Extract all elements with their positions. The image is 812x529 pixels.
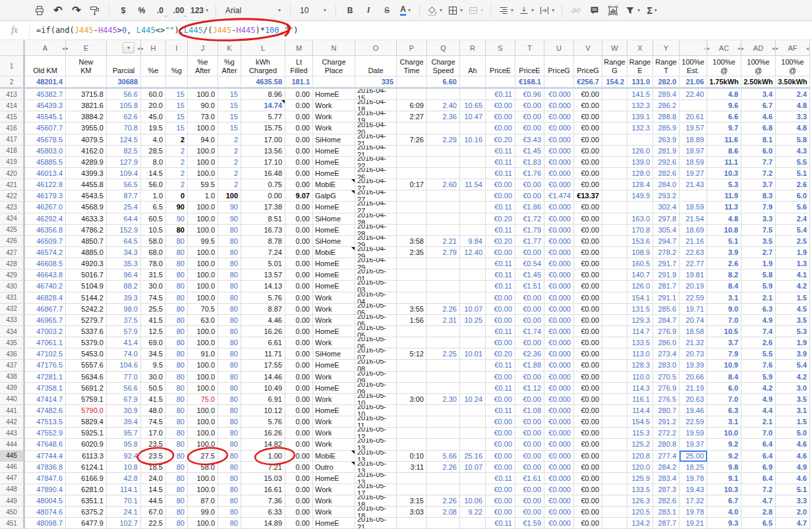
cell-K417[interactable]: 2 [218, 134, 241, 146]
cell-AD414[interactable]: 6.7 [741, 100, 776, 111]
cell-T438[interactable]: €0.00 [515, 372, 544, 383]
cell-O423[interactable]: 2016-04-27 [355, 202, 397, 213]
cell-P414[interactable]: 6:09 [397, 100, 427, 111]
cell-U450[interactable]: €0.000 [544, 507, 574, 518]
cell-R449[interactable]: 10.06 [460, 495, 486, 507]
cell-E433[interactable]: 5279.7 [66, 315, 107, 326]
col-header-Y[interactable]: Y [653, 40, 680, 56]
row-header-435[interactable]: 435 [0, 337, 25, 348]
row-header-423[interactable]: 423 [0, 202, 25, 213]
cell-Q437[interactable] [427, 360, 460, 371]
hidden-columns-icon[interactable]: ▸ [776, 45, 778, 51]
cell-J432[interactable]: 70.5 [188, 304, 218, 315]
cell-N439[interactable]: HomeE [313, 383, 355, 394]
cell-Z448[interactable]: 19.43 [680, 484, 707, 495]
cell-H451[interactable]: 22.5 [141, 518, 166, 529]
row-header-416[interactable]: 416 [0, 123, 25, 134]
cell-T450[interactable]: €0.00 [515, 507, 544, 518]
cell-X422[interactable]: 149.9 [627, 190, 653, 202]
cell-E448[interactable]: 6281.0 [66, 484, 107, 495]
cell-T445[interactable]: €0.00 [515, 451, 544, 462]
cell-P422[interactable] [397, 190, 427, 202]
cell-U424[interactable]: €0.000 [544, 213, 574, 225]
cell-T434[interactable]: €1.74 [515, 326, 544, 337]
cell-AC446[interactable]: 9.8 [707, 462, 741, 473]
cell-Z1[interactable]: 100%e Est. [680, 56, 707, 76]
cell-V2[interactable]: €256.7 [574, 76, 602, 89]
cell-H439[interactable]: 50.5 [141, 383, 166, 394]
cell-L441[interactable]: 10.12 [241, 405, 285, 416]
cell-AC423[interactable]: 11.3 [707, 202, 741, 213]
cell-A419[interactable]: 45885.5 [25, 157, 66, 168]
cell-V445[interactable]: €0.00 [574, 451, 602, 462]
cell-N416[interactable]: Work [313, 123, 355, 134]
cell-R432[interactable]: 10.07 [460, 304, 486, 315]
cell-Z425[interactable]: 18.69 [680, 225, 707, 236]
cell-X435[interactable]: 133.5 [627, 337, 653, 348]
cell-A428[interactable]: 46608.5 [25, 258, 66, 269]
cell-L429[interactable]: 13.57 [241, 269, 285, 281]
cell-G450[interactable]: 24.1 [107, 507, 141, 518]
cell-K414[interactable]: 15 [218, 100, 241, 111]
cell-W433[interactable] [602, 315, 627, 326]
cell-E443[interactable]: 5925.1 [66, 428, 107, 439]
cell-G1[interactable]: Parcial [107, 56, 141, 76]
cell-G425[interactable]: 152.9 [107, 225, 141, 236]
cell-I450[interactable]: 80 [166, 507, 188, 518]
cell-L446[interactable]: 7.21 [241, 462, 285, 473]
cell-E423[interactable]: 4568.9 [66, 202, 107, 213]
cell-M431[interactable]: 0.00 [285, 292, 313, 304]
cell-J441[interactable]: 100.0 [188, 405, 218, 416]
cell-M415[interactable]: 0.00 [285, 111, 313, 123]
cell-V439[interactable]: €0.00 [574, 383, 602, 394]
cell-O429[interactable]: 2016-05-01 [355, 269, 397, 281]
cell-L418[interactable]: 13.56 [241, 146, 285, 157]
redo-button[interactable]: ↷ [70, 3, 83, 18]
cell-R445[interactable]: 25.16 [460, 451, 486, 462]
cell-Z432[interactable]: 19.71 [680, 304, 707, 315]
hidden-columns-icon[interactable]: ▸ [707, 45, 710, 51]
cell-K424[interactable]: 90 [218, 213, 241, 225]
cell-W435[interactable] [602, 337, 627, 348]
cell-X431[interactable]: 154.1 [627, 292, 653, 304]
cell-X438[interactable]: 110.0 [627, 372, 653, 383]
cell-S413[interactable]: €0.11 [486, 89, 515, 100]
cell-M426[interactable]: 0.00 [285, 236, 313, 247]
cell-I422[interactable]: 0 [166, 190, 188, 202]
cell-R447[interactable] [460, 473, 486, 484]
cell-Q440[interactable]: 2.30 [427, 394, 460, 405]
cell-AF448[interactable]: 5.1 [776, 484, 810, 495]
cell-Y436[interactable]: 273.4 [653, 348, 680, 360]
cell-W442[interactable] [602, 416, 627, 428]
cell-U429[interactable]: €0.000 [544, 269, 574, 281]
cell-L444[interactable]: 14.82 [241, 439, 285, 450]
cell-L438[interactable]: 14.46 [241, 372, 285, 383]
cell-Y427[interactable]: 278.2 [653, 247, 680, 258]
cell-X436[interactable]: 113.0 [627, 348, 653, 360]
cell-Q430[interactable] [427, 281, 460, 292]
cell-U413[interactable]: €0.000 [544, 89, 574, 100]
cell-R434[interactable] [460, 326, 486, 337]
cell-AF451[interactable]: 4.7 [776, 518, 810, 529]
cell-AF2[interactable]: 3.50kWh [776, 76, 810, 89]
cell-AD418[interactable]: 6.0 [741, 146, 776, 157]
cell-AD443[interactable]: 7.0 [741, 428, 776, 439]
cell-AC439[interactable]: 6.0 [707, 383, 741, 394]
cell-A447[interactable]: 47847.6 [25, 473, 66, 484]
cell-Y2[interactable]: 282.0 [653, 76, 680, 89]
cell-G420[interactable]: 109.4 [107, 168, 141, 179]
cell-U436[interactable]: €0.000 [544, 348, 574, 360]
cell-L447[interactable]: 15.03 [241, 473, 285, 484]
row-header-439[interactable]: 439 [0, 383, 25, 394]
cell-K440[interactable]: 80 [218, 394, 241, 405]
cell-H424[interactable]: 60.5 [141, 213, 166, 225]
cell-AC444[interactable]: 9.2 [707, 439, 741, 450]
cell-L440[interactable]: 6.91 [241, 394, 285, 405]
cell-Q445[interactable]: 5.66 [427, 451, 460, 462]
cell-W436[interactable] [602, 348, 627, 360]
cell-Z442[interactable]: 22.59 [680, 416, 707, 428]
cell-H415[interactable]: 45.0 [141, 111, 166, 123]
cell-I428[interactable]: 80 [166, 258, 188, 269]
cell-J427[interactable]: 100.0 [188, 247, 218, 258]
col-header-J[interactable]: J [188, 40, 218, 56]
